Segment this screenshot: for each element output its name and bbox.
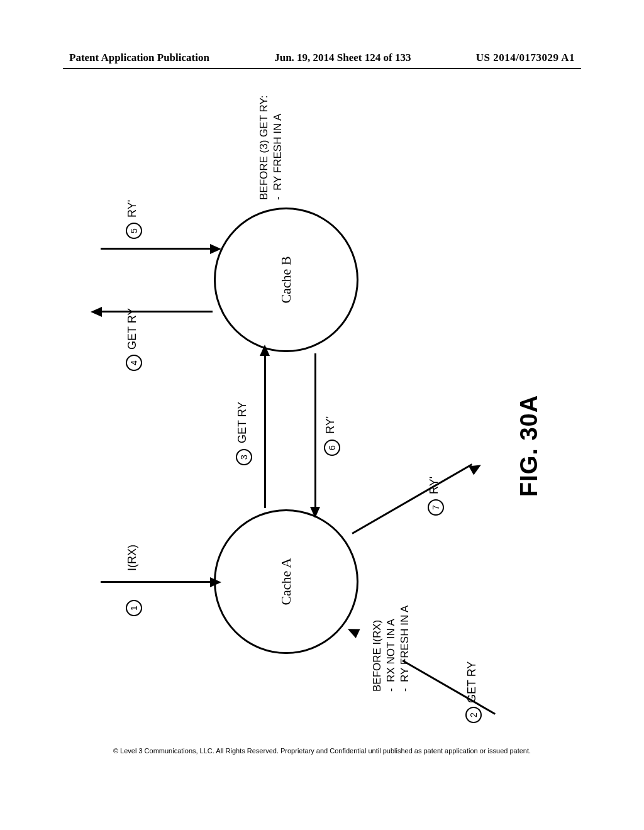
cache-a-node: Cache A: [214, 509, 358, 654]
header-rule: [63, 68, 581, 69]
step-badge-2: 2: [465, 707, 482, 723]
header-right: US 2014/0173029 A1: [476, 52, 575, 64]
step-badge-4: 4: [126, 355, 142, 371]
header-left: Patent Application Publication: [69, 52, 209, 64]
step-1-label: I(RX): [126, 545, 139, 571]
annot-a-l2: - RY FRESH IN A: [399, 606, 411, 692]
arrowhead-6: [310, 507, 320, 518]
cache-a-label: Cache A: [278, 558, 294, 605]
arrowhead-7: [469, 461, 484, 475]
arrowhead-4: [91, 307, 102, 317]
cache-b-node: Cache B: [214, 208, 358, 352]
step-badge-3: 3: [236, 449, 252, 465]
step-2-label: GET RY: [465, 661, 479, 703]
step-badge-5: 5: [126, 223, 142, 239]
arrowhead-2: [345, 624, 360, 638]
arrow-7: [352, 463, 472, 534]
step-4-label: GET RY: [126, 308, 139, 350]
step-3-label: GET RY: [236, 402, 249, 443]
arrow-3: [264, 353, 266, 508]
diagram-rotated: Cache A Cache B BEFORE I(RX) - RX NOT IN…: [63, 101, 581, 742]
figure-title: FIG. 30A: [516, 395, 543, 497]
annot-b-l1: - RY FRESH IN A: [272, 114, 284, 200]
figure-area: Cache A Cache B BEFORE I(RX) - RX NOT IN…: [63, 101, 581, 742]
annot-b-title: BEFORE (3) GET RY:: [258, 95, 270, 200]
arrow-4: [101, 311, 213, 313]
header-middle: Jun. 19, 2014 Sheet 124 of 133: [274, 52, 411, 64]
arrow-2: [402, 660, 496, 715]
step-badge-1: 1: [126, 600, 142, 616]
annot-a-l1: - RX NOT IN A: [385, 619, 397, 692]
step-6-label: RY': [324, 416, 337, 434]
annot-a-title: BEFORE I(RX): [371, 620, 384, 692]
step-badge-6: 6: [324, 440, 340, 456]
step-badge-7: 7: [428, 499, 444, 516]
step-7-label: RY': [428, 477, 441, 494]
arrow-6: [314, 353, 316, 508]
arrow-5: [101, 248, 213, 250]
page-footer: © Level 3 Communications, LLC. All Right…: [0, 747, 644, 755]
step-5-label: RY': [126, 200, 139, 218]
arrowhead-5: [210, 244, 221, 254]
page-header: Patent Application Publication Jun. 19, …: [0, 52, 644, 64]
arrow-1: [101, 581, 213, 583]
cache-b-label: Cache B: [278, 256, 294, 303]
arrowhead-1: [210, 577, 221, 587]
arrowhead-3: [260, 345, 270, 356]
